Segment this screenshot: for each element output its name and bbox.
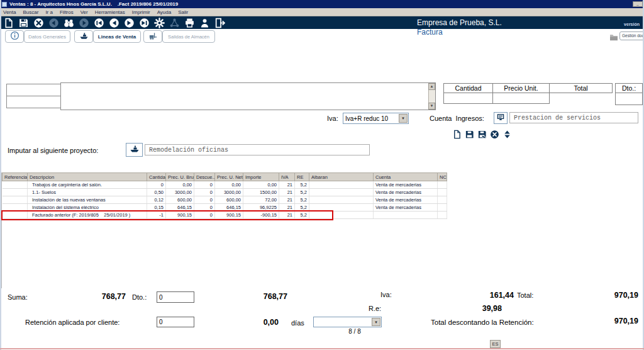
tab-datos-generales-icon-box[interactable] [5,30,24,43]
cuenta-lookup-button[interactable] [494,112,508,124]
menu-salir[interactable]: Salir [178,9,188,15]
save-icon[interactable] [18,18,29,28]
scroll-up-icon[interactable]: ▲ [428,83,435,90]
previous-record-icon[interactable] [109,18,119,28]
sort-lines-icon[interactable] [502,130,512,139]
table-cell: 646,15 [166,204,194,212]
table-row[interactable]: Instalación de las nuevas ventanas0,1260… [3,196,447,204]
menu-herramientas[interactable]: Herramientas [95,9,125,15]
table-row[interactable]: 1.1- Suelos0,503000,0003000,001500,00215… [3,189,447,196]
table-cell: Venta de mercaderias [374,189,438,196]
settings-gear-icon[interactable] [154,18,165,28]
column-header[interactable]: Cuenta [374,173,438,181]
column-header[interactable]: Descue... [194,173,215,181]
summary-dto-label: Dto.: [132,293,147,301]
scroll-down-icon[interactable]: ▼ [428,103,435,110]
column-header[interactable]: NC [438,173,447,181]
menu-ir-a[interactable]: Ir a [45,9,53,15]
dto-header: Dto.: [615,83,643,93]
re-value: 39,98 [450,304,502,313]
line-reference-input[interactable] [6,84,61,96]
minimize-button[interactable]: _ [633,1,643,7]
language-indicator[interactable]: ES [490,340,501,348]
delete-line-icon[interactable] [490,130,499,139]
user-icon[interactable] [199,18,210,28]
search-binoculars-icon[interactable] [64,18,74,28]
column-header[interactable]: Cantidad [147,173,166,181]
retencion-input[interactable] [157,317,194,327]
quantity-input[interactable] [443,93,493,104]
iva-select[interactable]: Iva+R reduc 10 ▼ [343,113,409,124]
tab-salidas-almacen-icon-box[interactable] [143,30,162,43]
redo-icon[interactable] [79,18,89,28]
undo-icon[interactable] [48,18,59,28]
last-record-icon[interactable] [139,18,150,28]
exit-icon[interactable] [214,18,225,28]
dias-select[interactable]: ▼ [313,317,382,327]
new-document-icon[interactable] [3,18,14,28]
column-header[interactable]: Albaran [309,173,374,181]
table-row[interactable]: Facturado anterior (F: 2019/805 25/01/20… [3,212,447,219]
next-record-icon[interactable] [124,18,135,28]
table-cell: 0,15 [147,204,166,212]
app-icon [2,2,7,7]
description-scrollbar[interactable]: ▲ ▼ [428,83,435,110]
table-cell: 5,2 [295,189,309,196]
menu-imprimir[interactable]: Imprimir [132,9,150,15]
column-header[interactable]: RE [295,173,309,181]
table-cell: 21 [279,189,295,196]
project-lookup-button[interactable] [126,143,143,157]
folder-icon[interactable] [609,32,618,40]
table-cell: 646,15 [215,204,243,212]
document-type-label: Factura [417,28,443,37]
print-icon[interactable] [184,18,195,28]
table-cell: 600,00 [215,196,243,204]
menu-filtros[interactable]: Filtros [60,9,74,15]
tab-lineas-venta-icon-box[interactable] [74,30,93,43]
table-cell [309,181,374,189]
gestion-documental-button[interactable]: Gestión docum [619,31,644,40]
menu-ver[interactable]: Ver [80,9,88,15]
first-record-icon[interactable] [94,18,104,28]
line-description-textarea[interactable]: ▲ ▼ [60,82,436,110]
unit-price-input[interactable] [492,93,550,104]
table-cell [438,181,447,189]
suma-value: 768,77 [74,292,126,301]
account-book-icon [496,113,505,124]
dto-input[interactable] [615,93,643,105]
column-header[interactable]: Prec. U. Neto [215,173,243,181]
menu-buscar[interactable]: Buscar [23,9,38,15]
table-cell: Venta de mercaderias [374,204,438,212]
menu-ayuda[interactable]: Ayuda [157,9,172,15]
cuenta-ingresos-field[interactable]: Prestacion de servicios [509,112,638,123]
delete-icon[interactable] [33,18,44,28]
table-cell [309,189,374,196]
table-cell [309,204,374,212]
line-code-input[interactable] [6,96,61,108]
tab-datos-generales[interactable]: Datos Generales [24,30,70,43]
table-row[interactable]: Trabajos de carpintería del salón.00,000… [3,181,447,189]
menu-venta[interactable]: Venta [3,9,16,15]
table-row[interactable]: Instalación del sistema eléctrico0,15646… [3,204,447,212]
save-line-icon[interactable] [465,130,474,139]
suma-label: Suma: [8,293,28,301]
table-cell: 21 [279,212,295,219]
column-header[interactable]: IVA [279,173,295,181]
tab-lineas-venta[interactable]: Lineas de Venta [93,30,141,43]
tab-salidas-almacen[interactable]: Salidas de Almacén [162,30,215,43]
table-cell: 0,50 [147,189,166,196]
project-field[interactable]: Remodelación oficinas [145,144,370,155]
column-header[interactable]: Prec. U. Bruto [166,173,194,181]
table-cell [438,189,447,196]
column-header[interactable]: Descripcion [28,173,147,181]
share-icon[interactable] [169,18,180,28]
summary-dto-input[interactable] [157,291,194,303]
save-edit-line-icon[interactable] [477,130,487,139]
column-header[interactable]: Referencia [3,173,28,181]
dias-chevron-down-icon[interactable]: ▼ [372,318,380,326]
table-cell [374,212,438,219]
new-line-icon[interactable] [452,130,462,139]
column-header[interactable]: Importe [243,173,279,181]
table-cell: Instalación del sistema eléctrico [28,204,147,212]
chevron-down-icon[interactable]: ▼ [399,114,408,123]
